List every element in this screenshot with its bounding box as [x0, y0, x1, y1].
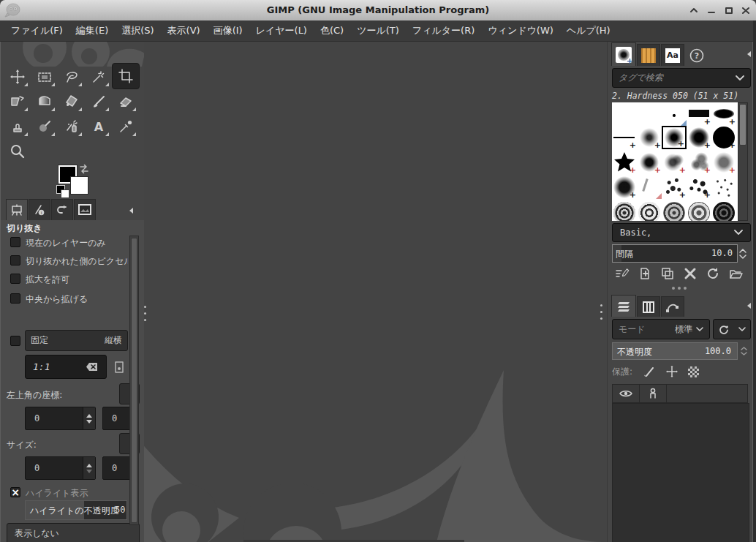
- new-brush-button[interactable]: [636, 265, 654, 282]
- link-column[interactable]: [640, 385, 667, 402]
- background-color-swatch[interactable]: [70, 176, 88, 195]
- menu-file[interactable]: ファイル(F): [4, 20, 69, 41]
- brush-search-input[interactable]: タグで検索: [612, 68, 751, 88]
- brush-thumbnail[interactable]: +: [687, 176, 711, 199]
- fuzzy-select-tool[interactable]: [86, 64, 111, 89]
- brush-thumbnail[interactable]: +: [687, 102, 711, 126]
- tab-help[interactable]: ?: [685, 44, 708, 66]
- airbrush-tool[interactable]: [59, 114, 84, 138]
- brush-thumbnail[interactable]: [711, 200, 736, 221]
- clone-tool[interactable]: [5, 114, 30, 138]
- refresh-brushes-button[interactable]: [704, 265, 722, 282]
- brush-thumbnail[interactable]: [662, 102, 687, 126]
- maximize-button[interactable]: [722, 4, 736, 16]
- brush-grid[interactable]: + + + + + +: [612, 102, 738, 221]
- menu-filters[interactable]: フィルター(R): [406, 20, 481, 41]
- brush-thumbnail[interactable]: [637, 200, 662, 221]
- tab-patterns[interactable]: [637, 44, 660, 66]
- portrait-landscape-toggle[interactable]: [111, 358, 127, 376]
- shade-button[interactable]: [687, 4, 700, 16]
- opacity-spinner[interactable]: [739, 342, 749, 360]
- rectangle-select-tool[interactable]: [32, 64, 57, 89]
- menu-select[interactable]: 選択(S): [115, 20, 160, 41]
- tool-options-scrollbar[interactable]: [129, 236, 139, 525]
- brush-thumbnail[interactable]: [637, 176, 662, 199]
- brush-preset-dropdown[interactable]: Basic,: [612, 223, 751, 242]
- menu-view[interactable]: 表示(V): [161, 20, 207, 41]
- brush-thumbnail[interactable]: +: [711, 126, 736, 149]
- delete-brush-button[interactable]: [681, 265, 699, 282]
- brush-thumbnail[interactable]: +: [612, 151, 637, 174]
- brush-thumbnail[interactable]: +: [612, 176, 637, 199]
- swap-colors-icon[interactable]: [78, 164, 90, 175]
- brush-thumbnail[interactable]: [687, 200, 711, 221]
- edit-brush-button[interactable]: [613, 265, 631, 282]
- color-picker-tool[interactable]: [113, 114, 138, 138]
- aspect-ratio-input[interactable]: 1:1: [25, 355, 107, 379]
- brush-thumbnail[interactable]: +: [637, 151, 662, 174]
- brush-thumbnail[interactable]: +: [662, 176, 687, 199]
- menu-windows[interactable]: ウィンドウ(W): [481, 20, 560, 41]
- move-tool[interactable]: [5, 64, 30, 89]
- eraser-tool[interactable]: [113, 89, 138, 113]
- brush-spacing-slider[interactable]: 間隔 10.0: [612, 244, 738, 263]
- menu-tools[interactable]: ツール(T): [350, 20, 406, 41]
- close-button[interactable]: [739, 4, 752, 16]
- tab-channels[interactable]: [637, 296, 660, 317]
- size-width-spinner[interactable]: 0: [25, 456, 96, 480]
- brush-thumbnail[interactable]: +: [687, 126, 711, 149]
- panel-menu-button[interactable]: [126, 206, 137, 216]
- layer-mode-dropdown[interactable]: モード 標準: [612, 319, 710, 339]
- brush-thumbnail[interactable]: [711, 176, 736, 199]
- duplicate-brush-button[interactable]: [659, 265, 676, 282]
- position-x-spinner[interactable]: 0: [25, 407, 96, 430]
- menu-edit[interactable]: 編集(E): [69, 20, 115, 41]
- tab-tool-options[interactable]: [6, 199, 28, 220]
- open-brush-as-image-button[interactable]: [727, 265, 744, 282]
- delete-cropped-pixels-checkbox[interactable]: [10, 255, 20, 266]
- transform-tool[interactable]: [5, 89, 30, 113]
- left-splitter-handle[interactable]: [144, 306, 146, 308]
- bucket-fill-tool[interactable]: [59, 89, 84, 113]
- right-splitter-handle[interactable]: [600, 304, 602, 306]
- brush-thumbnail[interactable]: +: [662, 151, 687, 174]
- tab-fonts[interactable]: Aa: [661, 44, 684, 66]
- layer-list[interactable]: [612, 403, 749, 542]
- menu-colors[interactable]: 色(C): [314, 20, 350, 41]
- brush-thumbnail[interactable]: +: [687, 151, 711, 174]
- lock-pixels-icon[interactable]: [643, 365, 656, 378]
- smudge-tool[interactable]: [32, 114, 57, 138]
- text-tool[interactable]: A: [86, 114, 111, 138]
- tab-brushes[interactable]: +: [611, 42, 636, 66]
- brush-thumbnail[interactable]: +: [637, 126, 662, 149]
- tab-layers[interactable]: [611, 295, 636, 317]
- tab-images[interactable]: [74, 199, 96, 220]
- minimize-button[interactable]: [705, 4, 718, 16]
- dock-resize-handle[interactable]: [672, 287, 675, 290]
- expand-from-center-checkbox[interactable]: [10, 293, 20, 304]
- brush-thumbnail-selected[interactable]: +: [662, 126, 687, 149]
- menu-help[interactable]: ヘルプ(H): [560, 20, 617, 41]
- highlight-opacity-slider[interactable]: ハイライトの不透明度 50: [25, 500, 127, 520]
- brush-grid-scrollbar[interactable]: [738, 102, 748, 221]
- lock-alpha-icon[interactable]: [688, 366, 699, 377]
- lock-position-icon[interactable]: [665, 365, 678, 378]
- brush-thumbnail[interactable]: +: [711, 102, 736, 126]
- allow-growing-checkbox[interactable]: [10, 274, 20, 284]
- brush-thumbnail[interactable]: +: [612, 126, 637, 149]
- guides-dropdown[interactable]: 表示しない: [7, 523, 140, 542]
- layer-opacity-slider[interactable]: 不透明度 100.0: [612, 342, 738, 360]
- brush-thumbnail[interactable]: [612, 200, 637, 221]
- title-bar[interactable]: GIMP (GNU Image Manipulation Program): [0, 0, 756, 21]
- tab-undo-history[interactable]: [51, 199, 73, 220]
- fixed-aspect-dropdown[interactable]: 固定 縦横: [25, 330, 128, 351]
- zoom-tool[interactable]: [5, 139, 30, 163]
- crop-tool[interactable]: [112, 63, 140, 89]
- clear-icon[interactable]: [86, 362, 99, 372]
- brush-thumbnail[interactable]: +: [711, 151, 736, 174]
- gradient-tool[interactable]: [32, 89, 57, 113]
- visibility-column[interactable]: [613, 385, 640, 402]
- spacing-spinner[interactable]: [738, 244, 748, 263]
- menu-image[interactable]: 画像(I): [207, 20, 249, 41]
- tab-device-status[interactable]: i: [29, 199, 50, 220]
